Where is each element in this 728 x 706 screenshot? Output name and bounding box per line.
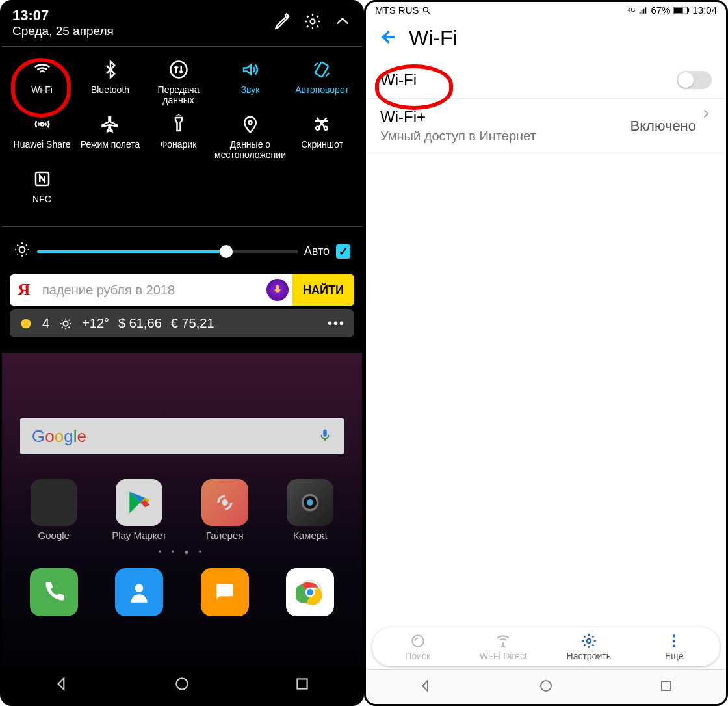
svg-rect-20 <box>297 679 307 688</box>
signal-icon <box>638 6 648 15</box>
qs-airplane[interactable]: Режим полета <box>77 111 144 163</box>
svg-rect-23 <box>674 7 683 13</box>
bluetooth-icon <box>101 59 120 81</box>
nav-recent-icon[interactable] <box>658 678 674 696</box>
status-bar-left: 13:07 Среда, 25 апреля <box>2 2 362 41</box>
qs-flashlight[interactable]: Фонарик <box>145 111 212 163</box>
google-logo: Google <box>32 426 86 447</box>
usd-rate: $ 61,66 <box>118 316 162 331</box>
qs-sound[interactable]: Звук <box>213 56 287 108</box>
action-wifi-direct[interactable]: Wi-Fi Direct <box>467 633 539 661</box>
home-screen-dimmed: Google Google Play Маркет Галерея Камера… <box>2 353 362 704</box>
dock-messages[interactable] <box>201 568 249 616</box>
wifi-plus-value: Включено <box>630 118 696 135</box>
app-camera[interactable]: Камера <box>274 479 346 541</box>
gear-icon[interactable] <box>304 12 322 33</box>
svg-rect-24 <box>688 8 690 12</box>
app-gallery[interactable]: Галерея <box>189 479 261 541</box>
svg-point-5 <box>317 127 320 130</box>
status-bar-right: MTS RUS 4G 67% 13:04 <box>366 2 726 17</box>
weather-strip[interactable]: 4 +12° $ 61,66 € 75,21 ••• <box>10 309 354 337</box>
nav-bar-left <box>2 666 362 704</box>
svg-rect-31 <box>662 681 671 690</box>
app-google-folder[interactable]: Google <box>18 479 90 541</box>
action-configure[interactable]: Настроить <box>553 633 625 661</box>
clock-right: 13:04 <box>692 5 717 16</box>
qs-nfc[interactable]: NFC <box>8 165 75 217</box>
wifi-plus-subtitle: Умный доступ в Интернет <box>380 129 630 144</box>
sun-temp: +12° <box>82 316 109 331</box>
svg-point-21 <box>423 7 428 12</box>
more-icon[interactable]: ••• <box>328 316 345 331</box>
flashlight-icon <box>169 113 188 135</box>
wifi-plus-title: Wi-Fi+ <box>380 108 630 126</box>
qs-autorotate[interactable]: Автоповорот <box>289 56 356 108</box>
nfc-icon <box>32 168 52 190</box>
wifi-toggle-switch[interactable] <box>677 71 712 89</box>
date: Среда, 25 апреля <box>12 24 114 38</box>
data-transfer-icon <box>169 59 188 81</box>
nav-recent-icon[interactable] <box>294 675 311 695</box>
svg-point-25 <box>412 635 423 646</box>
edit-icon[interactable] <box>274 12 292 33</box>
google-search-widget[interactable]: Google <box>20 418 344 454</box>
auto-brightness-label: Авто <box>304 244 330 258</box>
qs-huawei-share[interactable]: Huawei Share <box>8 111 75 163</box>
dock-contacts[interactable] <box>115 568 163 616</box>
svg-point-26 <box>587 639 592 644</box>
annotation-circle-wifi-row <box>375 64 453 110</box>
qs-mobile-data[interactable]: Передача данных <box>145 56 212 108</box>
nav-back-icon[interactable] <box>53 675 70 695</box>
battery-percent: 67% <box>651 5 670 16</box>
moon-icon <box>19 317 33 331</box>
google-mic-icon[interactable] <box>318 428 332 445</box>
svg-point-14 <box>135 584 144 592</box>
scissors-icon <box>312 113 332 135</box>
back-button[interactable] <box>378 27 397 49</box>
phone-right-wifi-settings: MTS RUS 4G 67% 13:04 Wi-Fi Wi-Fi Wi-Fi+ … <box>364 0 728 706</box>
qs-location[interactable]: Данные о местоположении <box>213 111 287 163</box>
action-more[interactable]: Еще <box>638 633 710 661</box>
eur-rate: € 75,21 <box>171 316 214 331</box>
settings-header: Wi-Fi <box>366 17 726 62</box>
airplane-icon <box>101 113 120 135</box>
annotation-circle-wifi-tile <box>11 58 71 118</box>
location-icon <box>240 113 260 135</box>
nav-home-icon[interactable] <box>538 678 554 696</box>
qs-bluetooth[interactable]: Bluetooth <box>77 56 144 108</box>
svg-point-3 <box>40 123 44 126</box>
svg-point-27 <box>673 634 675 637</box>
carrier-label: MTS RUS <box>375 5 419 16</box>
sun-icon <box>58 317 73 331</box>
svg-point-0 <box>311 20 315 24</box>
svg-point-28 <box>673 640 675 642</box>
chevron-up-icon[interactable] <box>333 12 352 33</box>
nav-bar-right <box>366 669 726 704</box>
brightness-slider-row: Авто ✓ <box>2 232 362 270</box>
bottom-action-bar: Поиск Wi-Fi Direct Настроить Еще <box>372 627 720 666</box>
sound-icon <box>240 59 260 81</box>
search-placeholder[interactable]: падение рубля в 2018 <box>38 283 266 298</box>
svg-point-29 <box>673 644 675 647</box>
svg-point-11 <box>222 499 228 506</box>
nav-back-icon[interactable] <box>418 678 434 696</box>
page-title: Wi-Fi <box>409 26 458 50</box>
auto-brightness-checkbox[interactable]: ✓ <box>336 244 350 259</box>
svg-point-1 <box>170 62 187 78</box>
battery-icon <box>673 6 690 15</box>
svg-point-10 <box>63 321 68 326</box>
svg-point-6 <box>324 127 328 130</box>
yandex-search-bar[interactable]: Я падение рубля в 2018 НАЙТИ <box>10 274 354 306</box>
network-type: 4G <box>627 7 635 13</box>
page-indicator: • • ● • <box>2 547 362 556</box>
qs-screenshot[interactable]: Скриншот <box>289 111 356 163</box>
mic-icon[interactable] <box>266 279 289 301</box>
dock-phone[interactable] <box>30 568 78 616</box>
svg-point-4 <box>248 121 252 124</box>
search-button[interactable]: НАЙТИ <box>292 274 354 306</box>
action-search[interactable]: Поиск <box>382 633 454 661</box>
brightness-slider[interactable] <box>37 250 298 253</box>
app-play-store[interactable]: Play Маркет <box>103 479 175 541</box>
nav-home-icon[interactable] <box>174 675 190 695</box>
dock-chrome[interactable] <box>286 568 334 616</box>
